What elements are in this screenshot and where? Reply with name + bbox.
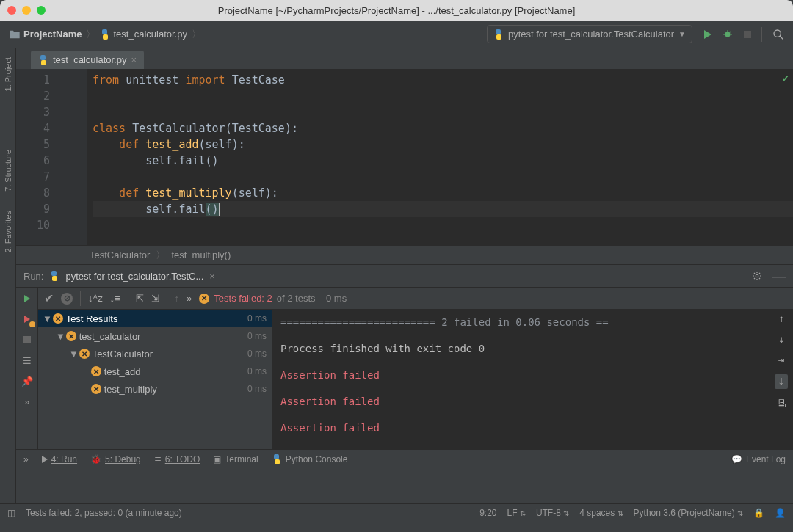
more-button[interactable]: » <box>23 454 29 464</box>
layout-button[interactable]: ☰ <box>21 354 34 367</box>
line-number: 2 <box>16 88 53 104</box>
tree-node[interactable]: ▼ ✕ TestCalculator 0 ms <box>38 345 272 362</box>
editor-gutter[interactable]: 1 2 3 4 5 6 7 8 9 10 <box>16 69 87 245</box>
breadcrumb-class[interactable]: TestCalculator <box>90 249 150 260</box>
rerun-button[interactable] <box>21 292 34 305</box>
editor-tab[interactable]: test_calculator.py × <box>31 51 144 69</box>
window-zoom-button[interactable] <box>37 6 46 15</box>
bottom-tab-run[interactable]: 4: Run <box>42 454 77 464</box>
tree-node-root[interactable]: ▼ ✕ Test Results 0 ms <box>38 310 272 327</box>
lock-icon[interactable]: 🔒 <box>753 508 764 518</box>
chevron-down-icon[interactable]: ▼ <box>56 331 63 342</box>
window-minimize-button[interactable] <box>22 6 31 15</box>
bottom-tab-todo[interactable]: ≣6: TODO <box>154 454 200 464</box>
line-number: 1 <box>16 72 53 88</box>
sidebar-tab-favorites[interactable]: 2: Favorites <box>2 206 14 257</box>
tree-node[interactable]: ✕ test_add 0 ms <box>38 362 272 380</box>
python-interpreter[interactable]: Python 3.6 (ProjectName) ⇅ <box>634 508 743 518</box>
scroll-down-button[interactable]: ↓ <box>778 333 784 345</box>
bottom-tab-event-log[interactable]: 💬Event Log <box>731 454 786 464</box>
console-line: ========================= 2 failed in 0.… <box>280 313 786 332</box>
tree-node[interactable]: ▼ ✕ test_calculator 0 ms <box>38 327 272 345</box>
console-line: Assertion failed <box>280 418 786 437</box>
run-configuration-selector[interactable]: pytest for test_calculator.TestCalculato… <box>487 25 692 43</box>
code-editor[interactable]: 1 2 3 4 5 6 7 8 9 10 ✔ from unittest imp… <box>16 69 793 245</box>
tree-time: 0 ms <box>247 313 267 324</box>
rerun-failed-button[interactable] <box>21 313 34 326</box>
fail-badge-icon: ✕ <box>199 294 209 304</box>
soft-wrap-button[interactable]: ⇥ <box>778 354 784 365</box>
sort-button[interactable]: ↓ᴬᴢ <box>88 293 103 304</box>
test-results-tree[interactable]: ▼ ✕ Test Results 0 ms ▼ ✕ test_calculato… <box>38 310 273 449</box>
tests-total-text: of 2 tests – 0 ms <box>277 293 347 304</box>
breadcrumb-root[interactable]: ProjectName <box>23 29 82 40</box>
bottom-tab-terminal[interactable]: ▣Terminal <box>213 454 258 464</box>
separator <box>761 27 762 42</box>
svg-line-7 <box>780 36 783 40</box>
tree-node[interactable]: ✕ test_multiply 0 ms <box>38 380 272 398</box>
left-tool-sidebar: 1: Project 7: Structure 2: Favorites <box>0 48 16 503</box>
hector-icon[interactable]: 👤 <box>775 508 786 518</box>
run-button[interactable] <box>704 30 711 39</box>
inspection-ok-icon[interactable]: ✔ <box>783 72 789 84</box>
chevron-down-icon[interactable]: ▼ <box>43 313 50 324</box>
search-button[interactable] <box>772 29 784 40</box>
test-filter-toolbar: ✔ ⊘ ↓ᴬᴢ ↓≡ ⇱ ⇲ ↑ » ✕ Tests failed: 2 of … <box>38 288 793 310</box>
debug-button[interactable] <box>722 29 734 40</box>
window-close-button[interactable] <box>7 6 16 15</box>
console-line: Assertion failed <box>280 365 786 385</box>
show-passed-toggle[interactable]: ✔ <box>44 291 54 305</box>
separator <box>167 291 167 306</box>
console-line: Assertion failed <box>280 392 786 411</box>
file-encoding[interactable]: UTF-8 ⇅ <box>536 508 569 518</box>
indent-setting[interactable]: 4 spaces ⇅ <box>579 508 623 518</box>
scroll-to-end-button[interactable]: ⤓ <box>775 374 788 389</box>
run-config-name[interactable]: pytest for test_calculator.TestC... <box>65 271 203 282</box>
breadcrumb-method[interactable]: test_multiply() <box>171 249 231 260</box>
svg-line-5 <box>729 31 731 32</box>
sort-time-button[interactable]: ↓≡ <box>110 293 120 304</box>
show-ignored-toggle[interactable]: ⊘ <box>61 293 73 305</box>
close-tab-button[interactable]: × <box>131 54 137 65</box>
minimize-tool-button[interactable]: — <box>772 269 786 284</box>
bottom-tab-python-console[interactable]: Python Console <box>272 454 348 464</box>
status-bar: ◫ Tests failed: 2, passed: 0 (a minute a… <box>0 503 793 521</box>
settings-icon[interactable] <box>752 271 762 281</box>
more-filters-button[interactable]: » <box>187 293 192 304</box>
stop-button[interactable] <box>744 31 751 38</box>
bottom-tab-debug[interactable]: 🐞5: Debug <box>90 454 141 464</box>
svg-point-8 <box>756 274 758 277</box>
stop-button[interactable] <box>21 333 34 346</box>
tree-label: test_multiply <box>104 384 157 395</box>
prev-test-button[interactable]: ↑ <box>175 293 180 304</box>
editor-tab-label: test_calculator.py <box>53 54 126 65</box>
line-separator[interactable]: LF ⇅ <box>507 508 526 518</box>
tree-time: 0 ms <box>247 349 267 359</box>
chevron-down-icon: ▼ <box>678 30 686 38</box>
print-button[interactable]: 🖶 <box>776 398 786 409</box>
python-file-icon <box>100 29 110 40</box>
caret-position[interactable]: 9:20 <box>479 508 496 518</box>
collapse-all-button[interactable]: ⇲ <box>151 293 159 304</box>
status-message: Tests failed: 2, passed: 0 (a minute ago… <box>26 508 182 518</box>
line-number: 6 <box>16 153 53 169</box>
close-run-tab-button[interactable]: × <box>209 271 215 282</box>
editor-breadcrumb: TestCalculator 〉 test_multiply() <box>16 245 793 264</box>
tests-failed-count: Tests failed: 2 <box>214 293 272 304</box>
run-config-label: pytest for test_calculator.TestCalculato… <box>508 29 674 40</box>
scroll-up-button[interactable]: ↑ <box>778 313 784 324</box>
sidebar-tab-structure[interactable]: 7: Structure <box>2 145 14 196</box>
status-frame-icon[interactable]: ◫ <box>7 508 15 518</box>
more-button[interactable]: » <box>21 395 34 408</box>
python-icon <box>272 454 282 464</box>
expand-all-button[interactable]: ⇱ <box>136 293 144 304</box>
run-tool-label: Run: <box>23 271 43 282</box>
chevron-down-icon[interactable]: ▼ <box>69 349 76 360</box>
test-console-output[interactable]: ↑ ↓ ⇥ ⤓ 🖶 ========================= 2 fa… <box>273 310 793 449</box>
breadcrumb-sep-icon: 〉 <box>192 28 201 41</box>
python-file-icon <box>38 55 48 65</box>
pin-button[interactable]: 📌 <box>21 374 34 387</box>
fail-badge-icon: ✕ <box>91 384 101 394</box>
sidebar-tab-project[interactable]: 1: Project <box>2 53 14 95</box>
breadcrumb-file[interactable]: test_calculator.py <box>113 29 187 40</box>
